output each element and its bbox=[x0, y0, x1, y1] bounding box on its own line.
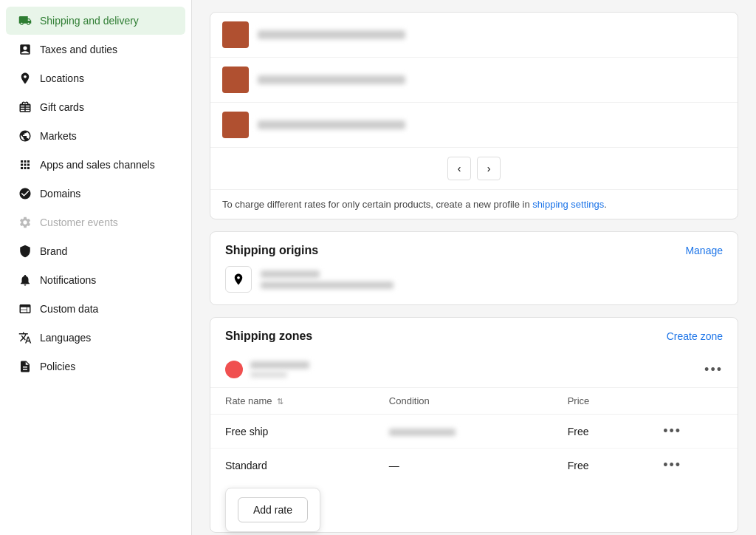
row-actions-cell: ••• bbox=[648, 415, 738, 449]
shipping-zones-title: Shipping zones bbox=[225, 330, 312, 343]
notice-period: . bbox=[604, 199, 607, 210]
tax-icon bbox=[18, 42, 32, 57]
sidebar-item-customdata[interactable]: Custom data bbox=[6, 295, 185, 323]
product-item bbox=[210, 13, 738, 58]
row-dots-button[interactable]: ••• bbox=[663, 423, 681, 438]
sidebar-item-label: Gift cards bbox=[40, 101, 84, 113]
shipping-zones-header: Shipping zones Create zone bbox=[210, 318, 738, 352]
sidebar-item-markets[interactable]: Markets bbox=[6, 122, 185, 150]
globe-icon bbox=[18, 129, 32, 143]
domain-icon bbox=[18, 186, 32, 201]
sidebar-item-taxes[interactable]: Taxes and duties bbox=[6, 35, 185, 64]
zone-name-area bbox=[250, 361, 309, 378]
product-thumbnail bbox=[222, 21, 249, 48]
shipping-origins-content bbox=[210, 266, 738, 304]
origin-address-blur bbox=[261, 270, 723, 289]
price-cell: Free bbox=[553, 449, 649, 483]
sidebar-item-label: Shipping and delivery bbox=[40, 15, 139, 27]
product-item bbox=[210, 103, 738, 148]
product-list-section: ‹ › To charge different rates for only c… bbox=[210, 12, 738, 219]
giftcard-icon bbox=[18, 100, 32, 115]
sidebar-item-label: Notifications bbox=[40, 274, 96, 286]
product-name-blur bbox=[258, 30, 405, 39]
condition-header: Condition bbox=[374, 388, 553, 415]
add-rate-button[interactable]: Add rate bbox=[238, 497, 308, 522]
pagination-row: ‹ › bbox=[210, 148, 738, 189]
sidebar-item-label: Languages bbox=[40, 332, 91, 344]
table-row: Free ship Free ••• bbox=[210, 415, 738, 449]
sidebar-item-domains[interactable]: Domains bbox=[6, 180, 185, 208]
sidebar-item-brand[interactable]: Brand bbox=[6, 237, 185, 265]
sidebar-item-giftcards[interactable]: Gift cards bbox=[6, 93, 185, 121]
customdata-icon bbox=[18, 301, 32, 316]
price-header: Price bbox=[553, 388, 649, 415]
truck-icon bbox=[18, 13, 32, 28]
pagination-next-button[interactable]: › bbox=[477, 157, 501, 180]
product-item bbox=[210, 58, 738, 103]
sidebar-item-customerevents: Customer events bbox=[6, 208, 185, 236]
rate-name-cell: Free ship bbox=[210, 415, 374, 449]
condition-cell: — bbox=[374, 449, 553, 483]
product-thumbnail bbox=[222, 112, 249, 138]
rates-table: Rate name ⇅ Condition Price Free ship Fr… bbox=[210, 388, 738, 482]
brand-icon bbox=[18, 244, 32, 259]
sidebar-item-locations[interactable]: Locations bbox=[6, 64, 185, 92]
table-row: Standard — Free ••• bbox=[210, 449, 738, 483]
sidebar-item-notifications[interactable]: Notifications bbox=[6, 266, 185, 294]
sidebar-item-label: Taxes and duties bbox=[40, 44, 117, 55]
shipping-zones-card: Shipping zones Create zone ••• Rate name bbox=[210, 317, 738, 533]
condition-cell bbox=[374, 415, 553, 449]
policies-icon bbox=[18, 359, 32, 374]
location-icon bbox=[18, 71, 32, 86]
rate-name-cell: Standard bbox=[210, 449, 374, 483]
row-dots-button[interactable]: ••• bbox=[663, 457, 681, 472]
zone-item-header: ••• bbox=[210, 352, 738, 388]
manage-origins-link[interactable]: Manage bbox=[685, 245, 723, 256]
sidebar-item-shipping[interactable]: Shipping and delivery bbox=[6, 7, 185, 35]
create-zone-link[interactable]: Create zone bbox=[667, 330, 723, 342]
customerevents-icon bbox=[18, 215, 32, 230]
sidebar-item-languages[interactable]: Languages bbox=[6, 324, 185, 352]
sidebar-item-label: Domains bbox=[40, 188, 80, 200]
bell-icon bbox=[18, 273, 32, 287]
rate-name-header: Rate name ⇅ bbox=[210, 388, 374, 415]
sidebar-item-label: Markets bbox=[40, 130, 77, 142]
origin-row bbox=[225, 266, 723, 293]
zone-flag bbox=[225, 361, 243, 378]
sidebar: Shipping and delivery Taxes and duties L… bbox=[0, 0, 192, 535]
sidebar-item-policies[interactable]: Policies bbox=[6, 352, 185, 381]
shipping-settings-link[interactable]: shipping settings bbox=[532, 199, 604, 210]
actions-header bbox=[648, 388, 738, 415]
shipping-origins-title: Shipping origins bbox=[225, 244, 318, 257]
notice-text: To charge different rates for only certa… bbox=[222, 199, 532, 210]
add-rate-popup: Add rate bbox=[225, 488, 320, 532]
sidebar-item-label: Locations bbox=[40, 72, 84, 84]
zone-options-button[interactable]: ••• bbox=[704, 362, 723, 378]
shipping-origins-header: Shipping origins Manage bbox=[210, 232, 738, 266]
apps-icon bbox=[18, 157, 32, 172]
price-cell: Free bbox=[553, 415, 649, 449]
shipping-profile-notice: To charge different rates for only certa… bbox=[210, 189, 738, 219]
languages-icon bbox=[18, 330, 32, 345]
pagination-prev-button[interactable]: ‹ bbox=[447, 157, 471, 180]
sidebar-item-label: Customer events bbox=[40, 217, 118, 228]
sort-icon: ⇅ bbox=[277, 397, 284, 406]
sidebar-item-label: Custom data bbox=[40, 303, 98, 315]
sidebar-item-label: Brand bbox=[40, 245, 67, 257]
product-name-blur bbox=[258, 120, 405, 129]
main-content: ‹ › To charge different rates for only c… bbox=[192, 0, 756, 535]
row-actions-cell: ••• bbox=[648, 449, 738, 483]
origin-location-icon bbox=[225, 266, 252, 293]
sidebar-item-apps[interactable]: Apps and sales channels bbox=[6, 151, 185, 179]
sidebar-item-label: Policies bbox=[40, 361, 75, 372]
shipping-origins-card: Shipping origins Manage bbox=[210, 231, 738, 305]
product-name-blur bbox=[258, 75, 405, 84]
sidebar-item-label: Apps and sales channels bbox=[40, 159, 155, 171]
product-thumbnail bbox=[222, 67, 249, 93]
